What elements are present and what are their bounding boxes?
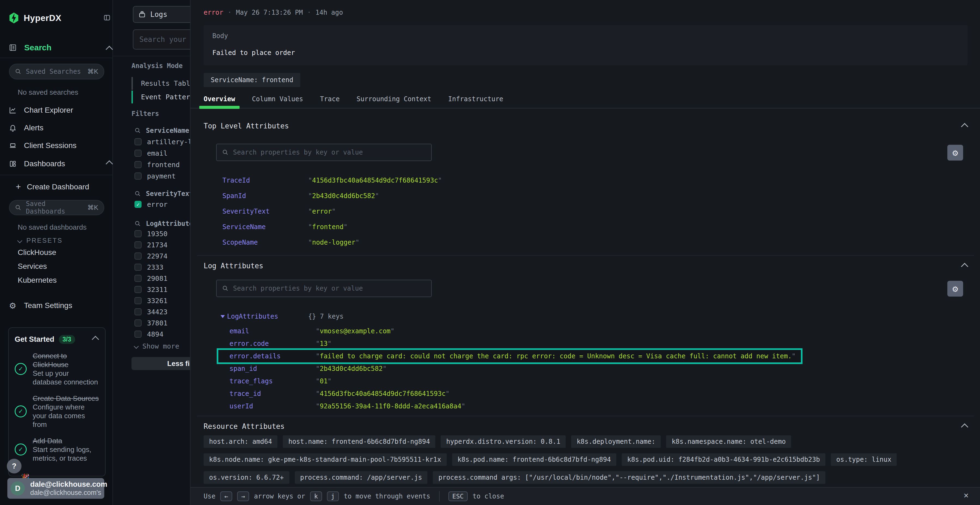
attribute-key[interactable]: error.details — [229, 353, 316, 360]
user-account-button[interactable]: D dale@clickhouse.com dale@clickhouse.co… — [7, 478, 104, 499]
filter-option[interactable]: 37801 — [134, 319, 167, 327]
get-started-item[interactable]: ✓ Connect to ClickHouse Set up your data… — [15, 351, 100, 386]
service-name-tag[interactable]: ServiceName: frontend — [204, 73, 300, 87]
tab[interactable]: Trace — [320, 95, 339, 108]
filter-option[interactable]: 34423 — [134, 308, 167, 316]
attribute-value[interactable]: 92a55156-39a4-11f0-8ddd-a2eca416a8a4 — [316, 402, 465, 410]
tab[interactable]: Surrounding Context — [356, 95, 431, 108]
get-started-item[interactable]: ✓ Add Data Start sending logs, metrics, … — [15, 437, 100, 462]
tab[interactable]: Column Values — [252, 95, 303, 108]
log-attributes-root-row[interactable]: LogAttributes {} 7 keys — [221, 312, 278, 321]
analysis-mode-option[interactable]: Results Table — [132, 77, 190, 90]
get-started-collapse-chevron-icon[interactable] — [92, 336, 99, 343]
attribute-value[interactable]: 2b43d0c4dd6bc582 — [308, 192, 379, 200]
sidebar-item-client-sessions[interactable]: Client Sessions — [0, 140, 113, 151]
checkbox[interactable] — [134, 252, 142, 260]
checkbox[interactable] — [134, 330, 142, 338]
filter-group-severitytext[interactable]: SeverityText — [134, 190, 190, 197]
sidebar-item-team-settings[interactable]: ⚙ Team Settings — [0, 300, 113, 311]
attribute-value[interactable]: failed to charge card: could not charge … — [316, 353, 796, 360]
filter-option[interactable]: 29081 — [134, 274, 167, 283]
filter-group-servicename[interactable]: ServiceName — [134, 127, 189, 134]
filter-option[interactable]: error — [134, 200, 167, 208]
checkbox[interactable] — [134, 150, 142, 157]
source-select-button[interactable]: Logs — [133, 6, 190, 23]
checkbox[interactable] — [134, 286, 142, 293]
checkbox[interactable] — [134, 201, 142, 208]
filter-group-logattributes[interactable]: LogAttributes — [134, 220, 190, 227]
preset-item[interactable]: ClickHouse — [18, 248, 57, 257]
attribute-key[interactable]: span_id — [229, 365, 316, 373]
preset-item[interactable]: Kubernetes — [18, 276, 57, 284]
attribute-key[interactable]: trace_id — [229, 390, 316, 397]
settings-gear-button[interactable]: ⚙ — [947, 281, 963, 297]
filter-option[interactable]: payment — [134, 172, 190, 180]
preset-item[interactable]: Services — [18, 262, 57, 271]
filter-option[interactable]: 2333 — [134, 263, 167, 271]
checkbox[interactable] — [134, 138, 142, 145]
less-filters-button[interactable]: Less filters — [132, 357, 190, 370]
checkbox[interactable] — [134, 275, 142, 282]
attribute-key[interactable]: trace_flags — [229, 377, 316, 385]
sidebar-item-alerts[interactable]: Alerts — [0, 122, 113, 133]
saved-dashboards-input[interactable]: Saved Dashboards ⌘K — [9, 200, 104, 215]
section-collapse-chevron-icon[interactable] — [961, 263, 968, 270]
filter-option[interactable]: frontend — [134, 160, 190, 169]
filter-option[interactable]: 22974 — [134, 252, 167, 260]
attribute-value[interactable]: error — [308, 208, 336, 215]
filter-option[interactable]: email — [134, 149, 190, 157]
create-dashboard-button[interactable]: + Create Dashboard — [16, 182, 89, 192]
log-attributes-search-input[interactable]: Search properties by key or value — [216, 280, 432, 297]
saved-searches-input[interactable]: Saved Searches ⌘K — [9, 64, 104, 79]
help-button[interactable]: ? — [7, 459, 22, 473]
attribute-value[interactable]: 13 — [316, 340, 332, 348]
checkbox[interactable] — [134, 308, 142, 315]
filter-option[interactable]: 21734 — [134, 241, 167, 249]
dashboards-collapse-chevron-icon[interactable] — [106, 160, 113, 168]
filter-option[interactable]: 32311 — [134, 286, 167, 294]
close-icon[interactable]: ✕ — [964, 490, 969, 500]
filter-option[interactable]: artillery-loa — [134, 138, 190, 146]
attribute-key[interactable]: userId — [229, 402, 316, 410]
attribute-key[interactable]: SpanId — [223, 192, 308, 200]
attribute-key[interactable]: ServiceName — [223, 223, 308, 231]
presets-toggle[interactable]: PRESETS — [18, 237, 63, 245]
attribute-value[interactable]: 01 — [316, 377, 332, 385]
top-level-search-input[interactable]: Search properties by key or value — [216, 144, 432, 161]
checkbox[interactable] — [134, 173, 142, 179]
checkbox[interactable] — [134, 241, 142, 248]
search-collapse-chevron-icon[interactable] — [106, 46, 113, 53]
attribute-value[interactable]: 4156d3fbc40a64854d9dc7f68641593c — [316, 390, 449, 397]
section-collapse-chevron-icon[interactable] — [961, 123, 968, 130]
settings-gear-button[interactable]: ⚙ — [947, 145, 963, 160]
attribute-key[interactable]: error.code — [229, 340, 316, 348]
event-search-input[interactable]: Search your ev — [133, 29, 190, 49]
checkbox[interactable] — [134, 264, 142, 271]
attribute-value[interactable]: vmoses@example.com — [316, 327, 395, 335]
attribute-value[interactable]: 4156d3fbc40a64854d9dc7f68641593c — [308, 176, 442, 184]
filter-option[interactable]: 19350 — [134, 230, 167, 238]
checkbox[interactable] — [134, 161, 142, 168]
get-started-item[interactable]: ✓ Create Data Sources Configure where yo… — [15, 394, 100, 429]
attribute-value[interactable]: 2b43d0c4dd6bc582 — [316, 365, 387, 373]
attribute-key[interactable]: TraceId — [223, 176, 308, 184]
attribute-key[interactable]: ScopeName — [223, 239, 308, 246]
attribute-key[interactable]: SeverityText — [223, 208, 308, 215]
sidebar-collapse-icon[interactable] — [103, 14, 111, 21]
analysis-mode-option[interactable]: Event Patterns — [132, 91, 190, 103]
checkbox[interactable] — [134, 319, 142, 327]
sidebar-item-chart-explorer[interactable]: Chart Explorer — [0, 105, 113, 116]
attribute-key[interactable]: email — [229, 327, 316, 335]
show-more-button[interactable]: Show more — [134, 342, 179, 350]
filter-option[interactable]: 4894 — [134, 330, 167, 338]
tab[interactable]: Overview — [204, 95, 235, 108]
section-collapse-chevron-icon[interactable] — [961, 423, 968, 431]
sidebar-item-search[interactable]: Search — [9, 43, 51, 52]
attribute-value[interactable]: node-logger — [308, 239, 360, 246]
sidebar-item-dashboards[interactable]: Dashboards — [0, 158, 113, 170]
checkbox[interactable] — [134, 230, 142, 237]
attribute-value[interactable]: frontend — [308, 223, 348, 231]
tab[interactable]: Infrastructure — [448, 95, 503, 108]
checkbox[interactable] — [134, 297, 142, 304]
filter-option[interactable]: 33261 — [134, 297, 167, 305]
